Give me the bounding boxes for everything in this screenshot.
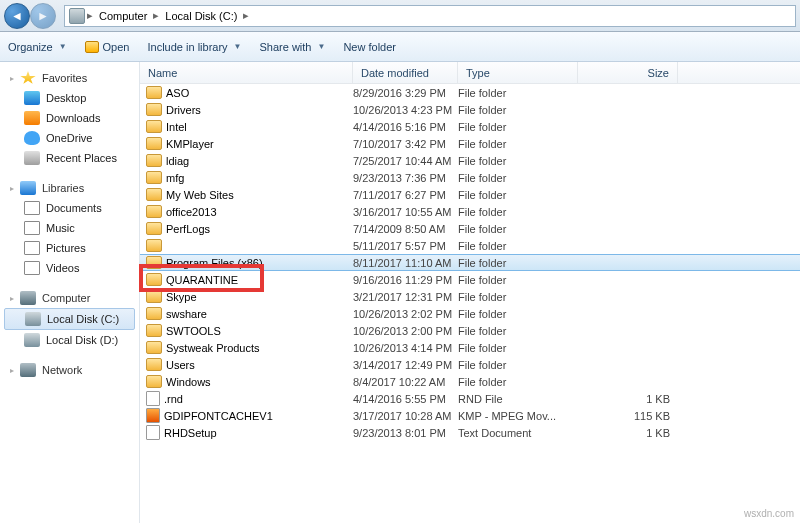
- file-date-cell: 4/14/2016 5:16 PM: [353, 121, 458, 133]
- sidebar-item-music[interactable]: Music: [0, 218, 139, 238]
- sidebar-item-documents[interactable]: Documents: [0, 198, 139, 218]
- file-date-cell: 7/25/2017 10:44 AM: [353, 155, 458, 167]
- breadcrumb-part[interactable]: Computer: [95, 10, 151, 22]
- file-row[interactable]: 5/11/2017 5:57 PMFile folder: [140, 237, 800, 254]
- file-row[interactable]: .rnd4/14/2016 5:55 PMRND File1 KB: [140, 390, 800, 407]
- folder-icon: [146, 222, 162, 235]
- file-row[interactable]: Systweak Products10/26/2013 4:14 PMFile …: [140, 339, 800, 356]
- file-name: Intel: [166, 121, 187, 133]
- column-header-size[interactable]: Size: [578, 62, 678, 83]
- file-name-cell: My Web Sites: [146, 188, 353, 201]
- file-date-cell: 3/16/2017 10:55 AM: [353, 206, 458, 218]
- file-name: Skype: [166, 291, 197, 303]
- column-header-type[interactable]: Type: [458, 62, 578, 83]
- chevron-right-icon: ▸: [243, 9, 249, 22]
- file-row[interactable]: GDIPFONTCACHEV13/17/2017 10:28 AMKMP - M…: [140, 407, 800, 424]
- sidebar-label: Computer: [42, 292, 90, 304]
- file-row[interactable]: Users3/14/2017 12:49 PMFile folder: [140, 356, 800, 373]
- file-row[interactable]: ldiag7/25/2017 10:44 AMFile folder: [140, 152, 800, 169]
- file-type-cell: File folder: [458, 138, 578, 150]
- sidebar-head-libraries[interactable]: ▸Libraries: [0, 178, 139, 198]
- file-date-cell: 10/26/2013 4:14 PM: [353, 342, 458, 354]
- folder-icon: [146, 256, 162, 269]
- sidebar-item-desktop[interactable]: Desktop: [0, 88, 139, 108]
- file-row[interactable]: mfg9/23/2013 7:36 PMFile folder: [140, 169, 800, 186]
- file-date-cell: 8/11/2017 11:10 AM: [353, 257, 458, 269]
- file-row[interactable]: PerfLogs7/14/2009 8:50 AMFile folder: [140, 220, 800, 237]
- sidebar-head-network[interactable]: ▸Network: [0, 360, 139, 380]
- sidebar-item-onedrive[interactable]: OneDrive: [0, 128, 139, 148]
- sidebar-item-videos[interactable]: Videos: [0, 258, 139, 278]
- share-with-button[interactable]: Share with▼: [260, 41, 326, 53]
- back-button[interactable]: ◄: [4, 3, 30, 29]
- file-date-cell: 7/11/2017 6:27 PM: [353, 189, 458, 201]
- column-header-date[interactable]: Date modified: [353, 62, 458, 83]
- folder-icon: [146, 273, 162, 286]
- file-row[interactable]: swshare10/26/2013 2:02 PMFile folder: [140, 305, 800, 322]
- file-row[interactable]: QUARANTINE9/16/2016 11:29 PMFile folder: [140, 271, 800, 288]
- open-button[interactable]: Open: [85, 41, 130, 53]
- file-name: RHDSetup: [164, 427, 217, 439]
- drive-icon: [69, 8, 85, 24]
- sidebar-head-computer[interactable]: ▸Computer: [0, 288, 139, 308]
- file-row[interactable]: My Web Sites7/11/2017 6:27 PMFile folder: [140, 186, 800, 203]
- folder-icon: [146, 205, 162, 218]
- file-row[interactable]: Program Files (x86)8/11/2017 11:10 AMFil…: [140, 254, 800, 271]
- chevron-down-icon: ▸: [10, 74, 14, 83]
- include-in-library-button[interactable]: Include in library▼: [147, 41, 241, 53]
- sidebar-item-local-disk-d[interactable]: Local Disk (D:): [0, 330, 139, 350]
- file-name-cell: KMPlayer: [146, 137, 353, 150]
- file-icon: [146, 408, 160, 423]
- organize-button[interactable]: Organize▼: [8, 41, 67, 53]
- open-icon: [85, 41, 99, 53]
- main-area: ▸Favorites Desktop Downloads OneDrive Re…: [0, 62, 800, 523]
- file-row[interactable]: Windows8/4/2017 10:22 AMFile folder: [140, 373, 800, 390]
- videos-icon: [24, 261, 40, 275]
- file-type-cell: KMP - MPEG Mov...: [458, 410, 578, 422]
- drive-icon: [25, 312, 41, 326]
- file-name: GDIPFONTCACHEV1: [164, 410, 273, 422]
- downloads-icon: [24, 111, 40, 125]
- file-icon: [146, 425, 160, 440]
- sidebar-head-favorites[interactable]: ▸Favorites: [0, 68, 139, 88]
- file-row[interactable]: KMPlayer7/10/2017 3:42 PMFile folder: [140, 135, 800, 152]
- file-type-cell: File folder: [458, 155, 578, 167]
- file-row[interactable]: Drivers10/26/2013 4:23 PMFile folder: [140, 101, 800, 118]
- folder-icon: [146, 375, 162, 388]
- file-type-cell: File folder: [458, 325, 578, 337]
- sidebar-item-label: Videos: [46, 262, 79, 274]
- sidebar-item-downloads[interactable]: Downloads: [0, 108, 139, 128]
- file-name-cell: mfg: [146, 171, 353, 184]
- file-name-cell: ldiag: [146, 154, 353, 167]
- file-row[interactable]: ASO8/29/2016 3:29 PMFile folder: [140, 84, 800, 101]
- file-name-cell: Drivers: [146, 103, 353, 116]
- file-name-cell: [146, 239, 353, 252]
- file-row[interactable]: Intel4/14/2016 5:16 PMFile folder: [140, 118, 800, 135]
- file-row[interactable]: RHDSetup9/23/2013 8:01 PMText Document1 …: [140, 424, 800, 441]
- sidebar-item-local-disk-c[interactable]: Local Disk (C:): [4, 308, 135, 330]
- sidebar-item-recent-places[interactable]: Recent Places: [0, 148, 139, 168]
- file-pane[interactable]: Name Date modified Type Size ASO8/29/201…: [140, 62, 800, 523]
- file-row[interactable]: Skype3/21/2017 12:31 PMFile folder: [140, 288, 800, 305]
- breadcrumb-part[interactable]: Local Disk (C:): [161, 10, 241, 22]
- nav-buttons: ◄ ►: [4, 3, 56, 29]
- file-row[interactable]: office20133/16/2017 10:55 AMFile folder: [140, 203, 800, 220]
- folder-icon: [146, 120, 162, 133]
- breadcrumb[interactable]: ▸ Computer ▸ Local Disk (C:) ▸: [64, 5, 796, 27]
- new-folder-button[interactable]: New folder: [343, 41, 396, 53]
- column-header-name[interactable]: Name: [140, 62, 353, 83]
- forward-button[interactable]: ►: [30, 3, 56, 29]
- sidebar-item-pictures[interactable]: Pictures: [0, 238, 139, 258]
- recent-places-icon: [24, 151, 40, 165]
- file-date-cell: 8/4/2017 10:22 AM: [353, 376, 458, 388]
- file-name-cell: QUARANTINE: [146, 273, 353, 286]
- desktop-icon: [24, 91, 40, 105]
- file-name-cell: Windows: [146, 375, 353, 388]
- folder-icon: [146, 171, 162, 184]
- file-row[interactable]: SWTOOLS10/26/2013 2:00 PMFile folder: [140, 322, 800, 339]
- favorites-icon: [20, 71, 36, 85]
- sidebar-item-label: Downloads: [46, 112, 100, 124]
- file-date-cell: 3/21/2017 12:31 PM: [353, 291, 458, 303]
- file-name: Systweak Products: [166, 342, 260, 354]
- pictures-icon: [24, 241, 40, 255]
